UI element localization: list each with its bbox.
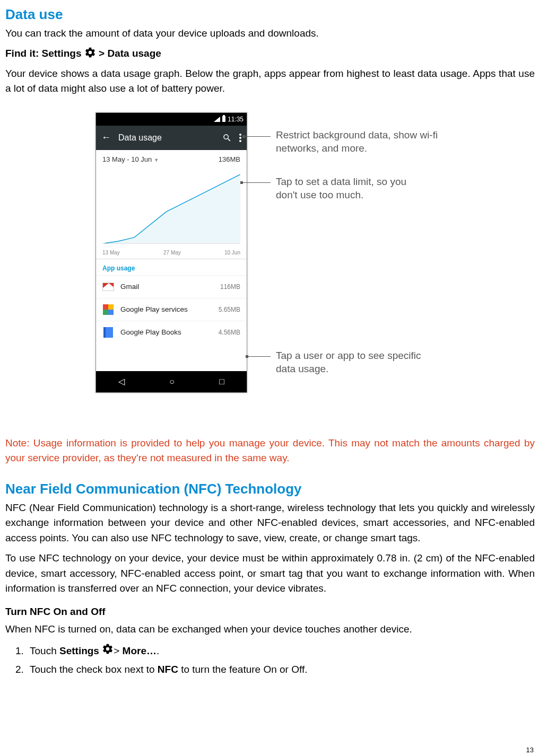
gmail-icon	[102, 281, 114, 293]
step2-a: Touch the check box next to	[30, 664, 158, 675]
svg-point-1	[239, 137, 241, 139]
app-value: 5.65MB	[219, 306, 240, 313]
findit-suffix: > Data usage	[99, 47, 161, 58]
note-text: Note: Usage information is provided to h…	[5, 436, 535, 466]
gear-icon	[84, 47, 96, 61]
status-bar: 11:35	[96, 113, 247, 126]
step1-e: .	[157, 645, 159, 656]
nfc-subpara: When NFC is turned on, data can be excha…	[5, 622, 535, 637]
signal-icon	[214, 117, 220, 122]
appbar-title: Data usage	[118, 133, 215, 143]
app-bar: ← Data usage	[96, 126, 247, 150]
step1-c: >	[114, 645, 122, 656]
nfc-p2: To use NFC technology on your device, yo…	[5, 551, 535, 596]
usage-chart[interactable]: 13 May 27 May 10 Jun	[96, 169, 247, 259]
step-2: Touch the check box next to NFC to turn …	[27, 661, 535, 679]
app-value: 116MB	[220, 283, 240, 291]
chart-axis: 13 May 27 May 10 Jun	[102, 250, 240, 256]
step-1: Touch Settings > More….	[27, 642, 535, 661]
total-usage: 136MB	[219, 155, 240, 163]
page-number: 13	[526, 746, 534, 754]
heading-nfc: Near Field Communication (NFC) Technolog…	[5, 481, 535, 497]
app-usage-header: App usage	[96, 259, 247, 275]
app-row-play-services[interactable]: Google Play services 5.65MB	[96, 298, 247, 321]
more-icon[interactable]	[239, 134, 241, 142]
status-time: 11:35	[228, 116, 244, 123]
figure: 11:35 ← Data usage 13 May - 10 Jun▼ 136M…	[5, 112, 535, 420]
nav-back-icon[interactable]: ◁	[118, 376, 125, 386]
app-row-gmail[interactable]: Gmail 116MB	[96, 275, 247, 298]
step1-d: More…	[123, 645, 157, 656]
phone-screenshot: 11:35 ← Data usage 13 May - 10 Jun▼ 136M…	[95, 112, 247, 393]
callout-line	[243, 136, 271, 137]
date-range-row[interactable]: 13 May - 10 Jun▼ 136MB	[96, 150, 247, 169]
gear-icon	[102, 643, 114, 661]
nfc-subheading: Turn NFC On and Off	[5, 606, 535, 618]
date-range: 13 May - 10 Jun	[102, 155, 152, 163]
heading-data-use: Data use	[5, 6, 535, 23]
callout-3: Tap a user or app to see specific data u…	[276, 349, 424, 376]
step2-c: to turn the feature On or Off.	[178, 664, 308, 675]
play-books-icon	[102, 327, 114, 338]
nfc-p1: NFC (Near Field Communication) technolog…	[5, 500, 535, 546]
app-row-play-books[interactable]: Google Play Books 4.56MB	[96, 321, 247, 344]
steps-list: Touch Settings > More…. Touch the check …	[5, 642, 535, 679]
nav-recent-icon[interactable]: □	[219, 377, 224, 386]
app-name: Gmail	[120, 283, 214, 291]
step1-a: Touch	[30, 645, 59, 656]
app-value: 4.56MB	[219, 329, 240, 336]
axis-tick: 13 May	[102, 250, 120, 256]
para-graphdesc: Your device shows a data usage graph. Be…	[5, 66, 535, 96]
callout-2: Tap to set a data limit, so you don't us…	[276, 175, 430, 202]
callout-line	[241, 182, 271, 183]
battery-icon	[222, 116, 225, 122]
chevron-down-icon: ▼	[154, 157, 159, 163]
svg-point-2	[239, 140, 241, 142]
step2-b: NFC	[158, 664, 178, 675]
callout-line	[246, 356, 271, 357]
find-it-line: Find it: Settings > Data usage	[5, 47, 535, 61]
findit-prefix: Find it: Settings	[5, 47, 84, 58]
para-intro: You can track the amount of data your de…	[5, 26, 535, 41]
nav-home-icon[interactable]: ○	[169, 377, 175, 386]
callout-1: Restrict background data, show wi-fi net…	[276, 128, 451, 155]
back-icon[interactable]: ←	[101, 132, 111, 143]
step1-b: Settings	[59, 645, 102, 656]
nav-bar: ◁ ○ □	[96, 371, 247, 392]
app-name: Google Play services	[120, 305, 212, 313]
axis-tick: 27 May	[163, 250, 181, 256]
play-services-icon	[102, 304, 114, 315]
search-icon[interactable]	[222, 133, 232, 143]
svg-point-0	[239, 134, 241, 136]
axis-tick: 10 Jun	[224, 250, 240, 256]
app-name: Google Play Books	[120, 328, 212, 336]
